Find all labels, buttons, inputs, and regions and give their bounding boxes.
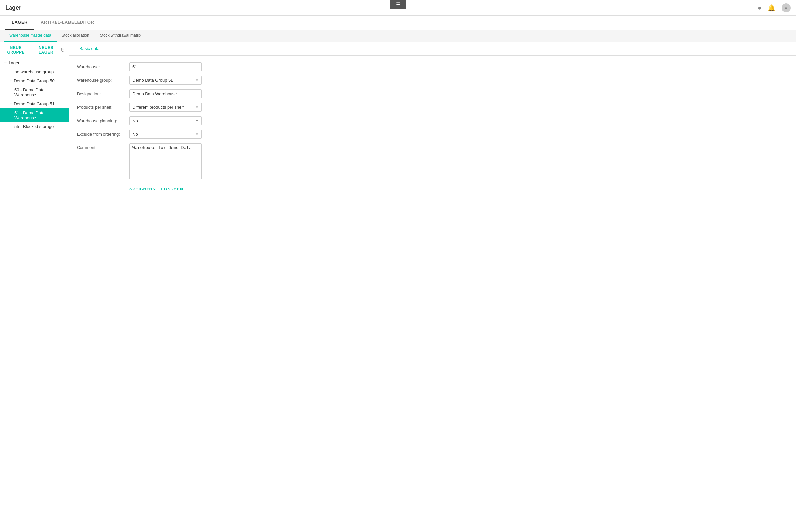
warehouse-group-label: Warehouse group: [77,78,129,83]
minus-icon-50: − [9,78,12,83]
sub-tab-stock-withdrawal[interactable]: Stock withdrawal matrix [95,30,147,42]
form-row-warehouse-planning: Warehouse planning: No Yes [77,116,788,125]
sub-tabs: Warehouse master data Stock allocation S… [0,30,796,42]
warehouse-planning-label: Warehouse planning: [77,118,129,123]
form-row-warehouse: Warehouse: [77,62,788,71]
comment-textarea[interactable]: Warehouse for Demo Data [129,143,202,179]
tree-item-no-group[interactable]: — no warehouse group — [0,67,69,76]
tree-item-group-51[interactable]: − Demo Data Group 51 [0,99,69,108]
tree-item-group-50[interactable]: − Demo Data Group 50 [0,76,69,86]
warehouse-group-select[interactable]: Demo Data Group 51 Demo Data Group 50 no… [129,76,202,85]
products-per-shelf-select[interactable]: Different products per shelf One product… [129,103,202,112]
sidebar: NEUE GRUPPE | NEUES LAGER ↻ − Lager — no… [0,42,69,532]
sub-tab-stock-allocation[interactable]: Stock allocation [56,30,95,42]
save-button[interactable]: SPEICHERN [129,187,156,191]
bell-icon[interactable]: 🔔 [767,4,776,12]
form-row-designation: Designation: [77,89,788,98]
tree-item-lager[interactable]: − Lager [0,58,69,67]
sub-tab-warehouse-master[interactable]: Warehouse master data [4,30,56,42]
tree: − Lager — no warehouse group — − Demo Da… [0,58,69,131]
form-row-exclude-from-ordering: Exclude from ordering: No Yes [77,130,788,138]
products-per-shelf-label: Products per shelf: [77,105,129,110]
warehouse-input[interactable] [129,62,202,71]
minus-icon: − [4,60,6,65]
form-row-warehouse-group: Warehouse group: Demo Data Group 51 Demo… [77,76,788,85]
neue-gruppe-button[interactable]: NEUE GRUPPE [4,45,28,55]
tree-item-warehouse-55[interactable]: 55 - Blocked storage [0,122,69,131]
settings-icon[interactable]: ● [758,4,761,12]
exclude-from-ordering-label: Exclude from ordering: [77,132,129,137]
panel-tab-basic-data[interactable]: Basic data [74,42,105,56]
refresh-icon[interactable]: ↻ [60,47,65,53]
user-avatar[interactable]: ● [781,3,791,13]
sidebar-actions: NEUE GRUPPE | NEUES LAGER ↻ [0,42,69,58]
tab-artikel[interactable]: ARTIKEL-LABELEDITOR [34,16,100,30]
top-bar-icons: ● 🔔 ● [758,3,791,13]
form-row-products-per-shelf: Products per shelf: Different products p… [77,103,788,112]
tab-lager[interactable]: LAGER [5,16,34,30]
hamburger-icon: ☰ [396,1,401,7]
tree-item-warehouse-51[interactable]: 51 - Demo Data Warehouse [0,108,69,122]
neues-lager-button[interactable]: NEUES LAGER [34,45,58,55]
form-area: Warehouse: Warehouse group: Demo Data Gr… [69,56,796,198]
panel-tabs: Basic data [69,42,796,56]
comment-label: Comment: [77,143,129,150]
main-panel: Basic data Warehouse: Warehouse group: D… [69,42,796,532]
form-actions: SPEICHERN LÖSCHEN [77,184,788,191]
sidebar-btn-divider: | [31,48,32,53]
hamburger-button[interactable]: ☰ [390,0,406,9]
designation-input[interactable] [129,89,202,98]
tree-item-warehouse-50[interactable]: 50 - Demo Data Warehouse [0,86,69,99]
warehouse-planning-select[interactable]: No Yes [129,116,202,125]
exclude-from-ordering-select[interactable]: No Yes [129,130,202,138]
designation-label: Designation: [77,91,129,96]
warehouse-label: Warehouse: [77,64,129,69]
delete-button[interactable]: LÖSCHEN [161,187,183,191]
main-tabs: LAGER ARTIKEL-LABELEDITOR [0,16,796,30]
form-row-comment: Comment: Warehouse for Demo Data [77,143,788,179]
minus-icon-51: − [9,101,12,107]
app-title: Lager [5,4,21,11]
